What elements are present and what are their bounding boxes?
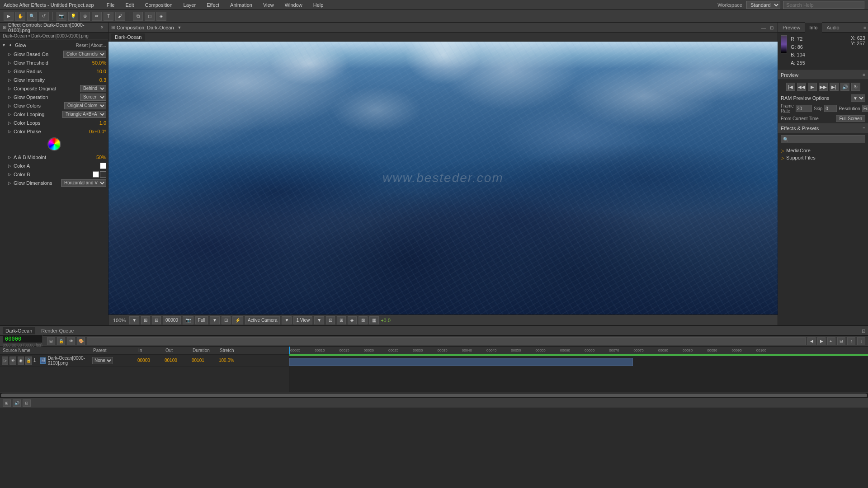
preview-loop-btn[interactable]: ↻ bbox=[851, 83, 860, 91]
tab-preview[interactable]: Preview bbox=[778, 23, 805, 33]
comp-3d-btn[interactable]: ◈ bbox=[348, 316, 357, 324]
tl-btn-9[interactable]: ↑ bbox=[847, 337, 855, 345]
full-screen-btn[interactable]: Full Screen bbox=[836, 115, 865, 122]
menu-animation[interactable]: Animation bbox=[228, 1, 254, 9]
comp-resolution-btn[interactable]: ⊡ bbox=[222, 316, 231, 324]
effect-row-color-phase[interactable]: ▷ Color Phase 0x+0.0° bbox=[0, 127, 108, 136]
effects-folder-support[interactable]: ▷ Support Files bbox=[781, 154, 865, 161]
workspace-select[interactable]: Standard bbox=[746, 1, 780, 9]
tl-btn-6[interactable]: ▶ bbox=[817, 337, 826, 345]
glow-section-header[interactable]: ▼ ✦ Glow Reset | About... bbox=[0, 41, 108, 50]
menu-layer[interactable]: Layer bbox=[182, 1, 198, 9]
effect-row-glow-threshold[interactable]: ▷ Glow Threshold 50.0% bbox=[0, 58, 108, 67]
panel-close-btn[interactable]: × bbox=[99, 24, 105, 31]
tl-btn-7[interactable]: ↵ bbox=[827, 337, 835, 345]
menu-file[interactable]: File bbox=[105, 1, 117, 9]
tl-btn-1[interactable]: ⊞ bbox=[47, 337, 55, 345]
comp-grid-btn[interactable]: ⊞ bbox=[141, 316, 150, 324]
tl-btn-8[interactable]: ⊟ bbox=[837, 337, 845, 345]
about-btn[interactable]: About... bbox=[91, 43, 106, 48]
bottom-btn-1[interactable]: ⊞ bbox=[3, 399, 11, 407]
color-b-swatch-2[interactable] bbox=[100, 171, 106, 178]
composite-select[interactable]: Behind bbox=[80, 85, 106, 92]
bottom-btn-2[interactable]: 🔊 bbox=[13, 399, 21, 407]
comp-view-dropdown[interactable]: ▼ bbox=[314, 316, 324, 324]
tl-btn-4[interactable]: 🎨 bbox=[77, 337, 85, 345]
glow-radius-value[interactable]: 10.0 bbox=[97, 69, 106, 74]
track-parent-select[interactable]: None bbox=[92, 357, 113, 364]
comp-quality-btn[interactable]: Full bbox=[195, 316, 208, 324]
toolbar-btn-select[interactable]: ▶ bbox=[4, 12, 14, 21]
effects-search-input[interactable] bbox=[781, 135, 865, 143]
ab-midpoint-value[interactable]: 50% bbox=[96, 155, 106, 160]
tl-btn-5[interactable]: ◀ bbox=[807, 337, 816, 345]
comp-view-btn[interactable]: 1 View bbox=[293, 316, 312, 324]
toolbar-btn-light[interactable]: 💡 bbox=[68, 12, 78, 21]
menu-help[interactable]: Help bbox=[311, 1, 326, 9]
effect-row-color-loops[interactable]: ▷ Color Loops 1.0 bbox=[0, 118, 108, 127]
comp-snapshot-btn[interactable]: 📷 bbox=[183, 316, 193, 324]
glow-threshold-value[interactable]: 50.0% bbox=[92, 60, 106, 66]
comp-ruler-btn[interactable]: ▦ bbox=[369, 316, 379, 324]
tl-btn-2[interactable]: 🔒 bbox=[57, 337, 65, 345]
comp-fast-preview-btn[interactable]: ⚡ bbox=[232, 316, 243, 324]
menu-window[interactable]: Window bbox=[283, 1, 304, 9]
comp-pixel-btn[interactable]: ⊞ bbox=[337, 316, 346, 324]
glow-colors-select[interactable]: Original Colors bbox=[64, 102, 106, 109]
comp-tab-dark-ocean[interactable]: Dark-Ocean bbox=[111, 33, 145, 41]
comp-safe-btn[interactable]: ⊟ bbox=[152, 316, 161, 324]
toolbar-btn-hand[interactable]: ✋ bbox=[15, 12, 25, 21]
preview-menu-btn[interactable]: ≡ bbox=[863, 72, 865, 77]
effect-row-glow-intensity[interactable]: ▷ Glow Intensity 0.3 bbox=[0, 75, 108, 84]
glow-dimensions-select[interactable]: Horizontal and Ver bbox=[61, 179, 106, 187]
toolbar-btn-pen[interactable]: ✏ bbox=[92, 12, 102, 21]
comp-transparency-btn[interactable]: ⊠ bbox=[359, 316, 368, 324]
comp-quality-dropdown[interactable]: ▼ bbox=[210, 316, 220, 324]
timeline-playhead[interactable] bbox=[289, 347, 290, 354]
effect-row-ab-midpoint[interactable]: ▷ A & B Midpoint 50% bbox=[0, 153, 108, 161]
toolbar-btn-camera[interactable]: 📷 bbox=[57, 12, 66, 21]
timeline-tab-render-queue[interactable]: Render Queue bbox=[38, 327, 76, 334]
menu-edit[interactable]: Edit bbox=[123, 1, 136, 9]
toolbar-btn-clone[interactable]: ⧉ bbox=[133, 12, 143, 21]
bottom-btn-3[interactable]: ⊡ bbox=[23, 399, 31, 407]
preview-prev-frame-btn[interactable]: ◀◀ bbox=[797, 83, 806, 91]
toolbar-btn-anchor[interactable]: ⊕ bbox=[80, 12, 90, 21]
search-help-input[interactable] bbox=[783, 1, 864, 9]
toolbar-btn-eraser[interactable]: ◻ bbox=[145, 12, 155, 21]
frame-rate-input[interactable] bbox=[796, 105, 812, 112]
zoom-dropdown-btn[interactable]: ▼ bbox=[129, 316, 139, 324]
right-panel-menu[interactable]: ≡ bbox=[862, 25, 868, 30]
preview-play-btn[interactable]: ▶ bbox=[808, 83, 817, 91]
color-loops-value[interactable]: 1.0 bbox=[99, 120, 106, 126]
tl-btn-10[interactable]: ↓ bbox=[857, 337, 865, 345]
track-vis-btn[interactable]: 👁 bbox=[9, 357, 16, 365]
resolution-input[interactable] bbox=[862, 105, 868, 112]
tl-btn-3[interactable]: 👁 bbox=[67, 337, 75, 345]
effect-row-glow-radius[interactable]: ▷ Glow Radius 10.0 bbox=[0, 67, 108, 75]
menu-view[interactable]: View bbox=[261, 1, 276, 9]
comp-camera-btn[interactable]: Active Camera bbox=[245, 316, 280, 324]
comp-dropdown-btn[interactable]: ▼ bbox=[178, 25, 182, 30]
color-wheel[interactable] bbox=[47, 137, 61, 151]
color-b-swatch-1[interactable] bbox=[93, 171, 99, 178]
ram-preview-dropdown[interactable]: ▼ bbox=[851, 94, 865, 102]
scrollbar-thumb[interactable] bbox=[1, 394, 867, 397]
effects-folder-mediacore[interactable]: ▷ MediaCore bbox=[781, 147, 865, 154]
glow-based-on-select[interactable]: Color Channels bbox=[63, 51, 106, 58]
effects-header-menu[interactable]: ≡ bbox=[863, 126, 865, 131]
preview-next-frame-btn[interactable]: ▶▶ bbox=[819, 83, 828, 91]
comp-expand-btn[interactable]: ⊡ bbox=[770, 25, 774, 30]
track-clip-bar[interactable] bbox=[289, 358, 633, 366]
color-phase-value[interactable]: 0x+0.0° bbox=[89, 129, 106, 134]
preview-audio-btn[interactable]: 🔊 bbox=[840, 83, 849, 91]
color-looping-select[interactable]: Triangle A>B>A bbox=[62, 111, 106, 118]
tab-info[interactable]: Info bbox=[805, 23, 822, 33]
track-expand-btn[interactable]: ▷ bbox=[2, 357, 8, 365]
comp-transfer-btn[interactable]: ⊡ bbox=[326, 316, 335, 324]
timeline-scrollbar[interactable] bbox=[0, 392, 868, 398]
effect-row-color-a[interactable]: ▷ Color A bbox=[0, 161, 108, 170]
comp-timecode-btn[interactable]: 00000 bbox=[163, 316, 181, 324]
comp-minimize-btn[interactable]: — bbox=[761, 25, 766, 30]
preview-first-frame-btn[interactable]: |◀ bbox=[786, 83, 795, 91]
